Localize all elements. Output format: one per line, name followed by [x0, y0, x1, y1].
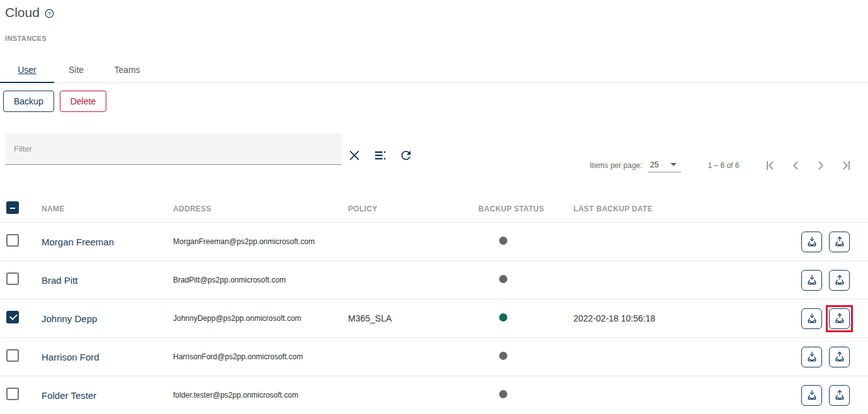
instance-address: MorganFreeman@ps2pp.onmicrosoft.com — [173, 237, 348, 246]
backup-status-dot — [499, 352, 507, 360]
restore-highlight — [829, 385, 850, 406]
restore-action-button[interactable] — [829, 308, 850, 329]
chevron-down-icon — [670, 163, 677, 166]
table-header-row: NAME ADDRESS POLICY BACKUP STATUS LAST B… — [0, 195, 868, 223]
backup-button[interactable]: Backup — [3, 91, 54, 112]
backup-status-dot — [499, 237, 507, 245]
filter-field — [5, 133, 342, 165]
section-label: INSTANCES — [5, 35, 47, 42]
action-button-group: Backup Delete — [3, 91, 106, 112]
tab-user-label: User — [18, 65, 37, 75]
instance-policy: M365_SLA — [348, 313, 478, 323]
restore-highlight — [829, 270, 850, 291]
table-row: Folder Tester folder.tester@ps2pp.onmicr… — [0, 376, 868, 414]
items-per-page-value: 25 — [650, 160, 658, 169]
instance-name-link[interactable]: Brad Pitt — [42, 275, 173, 286]
restore-action-button[interactable] — [829, 232, 850, 252]
restore-highlight — [829, 232, 850, 252]
column-header-name: NAME — [42, 204, 173, 213]
backup-action-button[interactable] — [801, 308, 822, 329]
select-all-checkbox[interactable] — [6, 201, 19, 214]
column-header-address: ADDRESS — [173, 204, 348, 213]
clear-filter-icon[interactable] — [346, 147, 363, 164]
row-checkbox[interactable] — [6, 272, 19, 285]
tab-teams-label: Teams — [114, 65, 140, 75]
backup-action-button[interactable] — [801, 385, 822, 406]
restore-action-button[interactable] — [829, 385, 850, 406]
column-header-policy: POLICY — [348, 204, 478, 213]
column-header-backup-status: BACKUP STATUS — [478, 204, 573, 213]
tab-user[interactable]: User — [0, 57, 54, 82]
column-header-last-backup-date: LAST BACKUP DATE — [573, 204, 705, 213]
table-row: Morgan Freeman MorganFreeman@ps2pp.onmic… — [0, 223, 868, 261]
tab-teams[interactable]: Teams — [98, 57, 156, 82]
instances-table: NAME ADDRESS POLICY BACKUP STATUS LAST B… — [0, 195, 868, 414]
instance-address: folder.tester@ps2pp.onmicrosoft.com — [173, 391, 348, 400]
column-settings-icon[interactable] — [372, 147, 388, 164]
restore-highlight — [829, 347, 850, 367]
tab-site-label: Site — [69, 65, 84, 75]
last-page-icon[interactable] — [833, 157, 859, 174]
next-page-icon[interactable] — [808, 157, 833, 174]
backup-status-dot — [499, 390, 507, 398]
restore-action-button[interactable] — [829, 347, 850, 367]
items-per-page-select[interactable]: 25 — [648, 159, 681, 172]
table-row: Brad Pitt BradPitt@ps2pp.onmicrosoft.com — [0, 261, 868, 299]
items-per-page-label: Items per page: — [590, 161, 642, 170]
backup-action-button[interactable] — [801, 347, 822, 367]
row-checkbox[interactable] — [6, 234, 19, 247]
delete-button[interactable]: Delete — [60, 91, 106, 112]
page-title: Cloud — [5, 5, 40, 20]
tab-site[interactable]: Site — [54, 57, 98, 82]
backup-action-button[interactable] — [801, 232, 822, 252]
restore-highlight — [826, 305, 853, 332]
instance-name-link[interactable]: Folder Tester — [42, 390, 173, 401]
instance-name-link[interactable]: Morgan Freeman — [42, 237, 173, 247]
instance-name-link[interactable]: Johnny Depp — [42, 313, 173, 324]
first-page-icon[interactable] — [758, 157, 783, 174]
previous-page-icon[interactable] — [783, 157, 808, 174]
help-icon[interactable] — [45, 9, 54, 18]
instance-name-link[interactable]: Harrison Ford — [42, 352, 173, 362]
backup-action-button[interactable] — [801, 270, 822, 291]
table-row: Johnny Depp JohnnyDepp@ps2pp.onmicrosoft… — [0, 299, 868, 338]
filter-input[interactable] — [5, 133, 342, 164]
row-checkbox[interactable] — [6, 311, 19, 323]
instance-address: BradPitt@ps2pp.onmicrosoft.com — [173, 276, 348, 284]
page-range-label: 1 – 6 of 6 — [707, 161, 739, 170]
instance-address: JohnnyDepp@ps2pp.onmicrosoft.com — [173, 314, 348, 323]
row-checkbox[interactable] — [6, 349, 19, 362]
row-checkbox[interactable] — [6, 388, 19, 400]
instance-address: HarrisonFord@ps2pp.onmicrosoft.com — [173, 352, 348, 361]
paginator: Items per page: 25 1 – 6 of 6 — [590, 154, 868, 177]
cloud-instances-page: Cloud INSTANCES User Site Teams Backup D… — [0, 0, 868, 414]
tab-bar: User Site Teams — [0, 57, 868, 83]
backup-status-dot — [499, 313, 507, 322]
last-backup-date: 2022-02-18 10:56:18 — [573, 313, 705, 323]
table-row: Harrison Ford HarrisonFord@ps2pp.onmicro… — [0, 338, 868, 376]
backup-status-dot — [499, 275, 507, 283]
refresh-icon[interactable] — [398, 147, 414, 164]
restore-action-button[interactable] — [829, 270, 850, 291]
page-header: Cloud — [5, 5, 54, 20]
